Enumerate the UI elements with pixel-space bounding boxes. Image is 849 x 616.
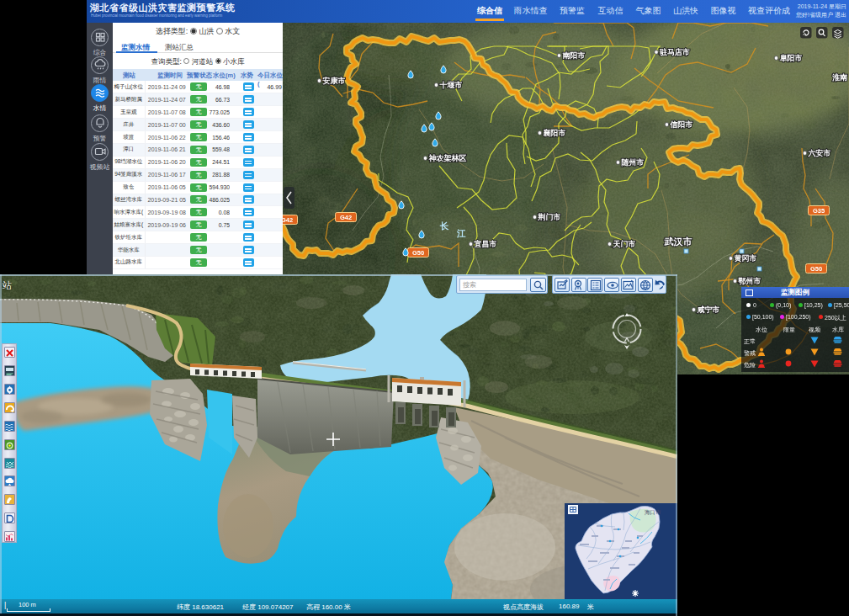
svg-text:G50: G50 <box>810 265 822 273</box>
svg-text:六安市: 六安市 <box>808 148 831 157</box>
svg-text:淮南: 淮南 <box>832 73 847 82</box>
svg-text:宜昌市: 宜昌市 <box>474 240 497 248</box>
svg-text:荆门市: 荆门市 <box>538 213 561 221</box>
svg-text:十堰市: 十堰市 <box>439 81 463 89</box>
svg-text:信阳市: 信阳市 <box>670 120 693 129</box>
svg-text:海口市: 海口市 <box>645 509 661 516</box>
svg-text:武汉市: 武汉市 <box>664 236 692 247</box>
svg-text:神农架林区: 神农架林区 <box>428 154 467 162</box>
svg-text:G42: G42 <box>340 214 352 221</box>
svg-text:南阳市: 南阳市 <box>563 51 586 60</box>
svg-text:咸宁市: 咸宁市 <box>697 305 720 314</box>
svg-text:G35: G35 <box>813 207 825 215</box>
svg-text:安康市: 安康市 <box>322 76 346 85</box>
svg-text:鄂州市: 鄂州市 <box>738 277 761 285</box>
svg-text:驻马店市: 驻马店市 <box>659 48 690 56</box>
svg-text:江: 江 <box>456 228 466 238</box>
svg-text:阜阳市: 阜阳市 <box>780 54 803 62</box>
svg-text:黄冈市: 黄冈市 <box>735 254 757 263</box>
svg-text:天门市: 天门市 <box>613 240 636 248</box>
svg-text:随州市: 随州市 <box>622 158 645 167</box>
svg-text:长: 长 <box>439 220 449 231</box>
svg-text:G50: G50 <box>412 249 424 257</box>
svg-text:G42: G42 <box>283 216 293 224</box>
svg-text:襄阳市: 襄阳市 <box>543 129 566 137</box>
